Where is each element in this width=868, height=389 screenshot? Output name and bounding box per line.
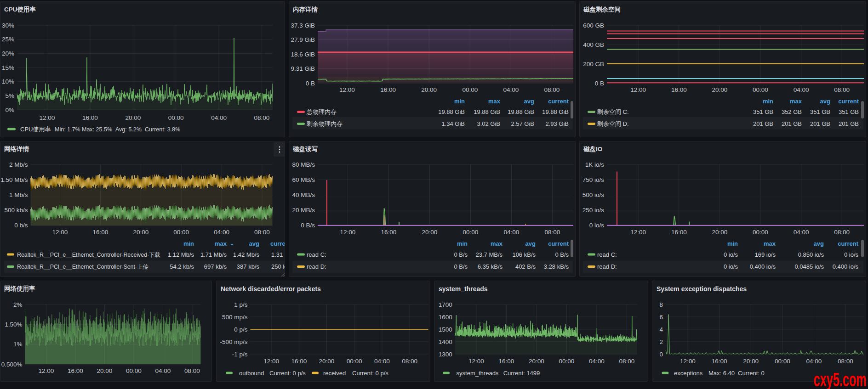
svg-text:16:00: 16:00 <box>93 229 108 236</box>
svg-text:System exception dispatches: System exception dispatches <box>657 285 747 293</box>
svg-text:磁盘IO: 磁盘IO <box>583 146 602 152</box>
svg-text:0 io/s: 0 io/s <box>844 251 859 258</box>
svg-text:Current: 0 p/s: Current: 0 p/s <box>269 370 306 377</box>
svg-text:04:00: 04:00 <box>794 229 809 236</box>
svg-text:20:00: 20:00 <box>712 229 728 236</box>
svg-text:8: 8 <box>659 301 663 308</box>
svg-text:2%: 2% <box>13 301 23 308</box>
svg-text:00:00: 00:00 <box>753 86 768 93</box>
svg-text:04:00: 04:00 <box>794 86 809 93</box>
svg-text:剩余空间 D:: 剩余空间 D: <box>597 120 629 127</box>
svg-text:current: current <box>548 240 569 247</box>
svg-text:1%: 1% <box>13 341 23 348</box>
svg-text:16:00: 16:00 <box>68 367 83 374</box>
svg-text:697 kb/s: 697 kb/s <box>204 263 227 270</box>
svg-text:3.02 GiB: 3.02 GiB <box>477 120 500 127</box>
svg-text:20%: 20% <box>2 50 14 57</box>
svg-text:3.28 kB/s: 3.28 kB/s <box>544 263 569 270</box>
svg-text:max: max <box>764 240 776 247</box>
svg-text:08:00: 08:00 <box>184 367 200 374</box>
svg-text:500 io/s: 500 io/s <box>582 192 605 198</box>
svg-text:min: min <box>183 240 194 247</box>
svg-text:00:00: 00:00 <box>559 358 575 365</box>
svg-text:12:00: 12:00 <box>680 358 696 365</box>
svg-text:00:00: 00:00 <box>126 367 142 374</box>
svg-text:0: 0 <box>659 351 663 358</box>
svg-text:04:00: 04:00 <box>806 358 822 365</box>
svg-text:20:00: 20:00 <box>133 229 148 236</box>
svg-text:Realtek_R__PCI_e__Ethernet_Con: Realtek_R__PCI_e__Ethernet_Controller-Re… <box>17 252 160 258</box>
svg-text:CPU使用率: CPU使用率 <box>4 6 36 13</box>
svg-text:600 GB: 600 GB <box>583 22 604 29</box>
svg-text:20:00: 20:00 <box>125 114 141 121</box>
svg-text:08:00: 08:00 <box>838 358 853 365</box>
svg-text:2.57 GiB: 2.57 GiB <box>511 120 534 127</box>
svg-text:Max: 25.5%: Max: 25.5% <box>82 126 112 133</box>
svg-text:106 kB/s: 106 kB/s <box>512 251 536 258</box>
svg-text:12:00: 12:00 <box>52 229 68 236</box>
svg-text:max: max <box>488 98 501 105</box>
svg-text:0 io/s: 0 io/s <box>724 251 738 258</box>
svg-text:201 GB: 201 GB <box>839 120 859 127</box>
svg-text:1700: 1700 <box>439 301 452 308</box>
svg-text:avg: avg <box>525 240 536 247</box>
svg-text:exceptions: exceptions <box>674 370 703 377</box>
svg-text:1.50 Mb/s: 1.50 Mb/s <box>0 176 28 183</box>
svg-text:500 kb/s: 500 kb/s <box>4 207 28 214</box>
svg-text:12:00: 12:00 <box>40 114 55 121</box>
svg-text:250 io/s: 250 io/s <box>582 207 605 214</box>
svg-text:60 MB/s: 60 MB/s <box>292 176 315 183</box>
svg-text:16:00: 16:00 <box>380 86 396 93</box>
svg-text:1400: 1400 <box>439 338 452 345</box>
svg-text:20:00: 20:00 <box>319 358 335 365</box>
svg-text:Current: 0: Current: 0 <box>738 370 765 377</box>
svg-text:1300: 1300 <box>439 351 452 358</box>
svg-text:avg: avg <box>814 240 824 247</box>
svg-text:30%: 30% <box>2 22 14 29</box>
svg-text:04:00: 04:00 <box>503 86 519 93</box>
svg-text:0.400 io/s: 0.400 io/s <box>750 263 776 270</box>
svg-text:min: min <box>763 98 773 105</box>
svg-text:-1 p/s: -1 p/s <box>232 351 248 358</box>
svg-text:16:00: 16:00 <box>291 358 307 365</box>
svg-text:19.88 GiB: 19.88 GiB <box>542 108 569 115</box>
svg-text:system_threads: system_threads <box>457 370 499 377</box>
svg-text:1K io/s: 1K io/s <box>585 161 605 168</box>
svg-text:0 b/s: 0 b/s <box>14 222 28 229</box>
svg-text:outbound: outbound <box>239 370 264 377</box>
svg-text:08:00: 08:00 <box>545 229 560 236</box>
svg-text:Realtek_R__PCI_e__Ethernet_Con: Realtek_R__PCI_e__Ethernet_Controller-Se… <box>17 264 148 270</box>
svg-text:6.35 kB/s: 6.35 kB/s <box>478 263 503 270</box>
svg-text:04:00: 04:00 <box>589 358 605 365</box>
svg-text:18.6 GiB: 18.6 GiB <box>291 51 315 58</box>
svg-text:10%: 10% <box>2 78 14 85</box>
svg-text:⌄: ⌄ <box>230 241 234 246</box>
svg-text:剩余物理内存: 剩余物理内存 <box>307 120 343 127</box>
svg-text:system_threads: system_threads <box>439 285 488 293</box>
svg-text:Current: 1499: Current: 1499 <box>503 370 540 377</box>
svg-text:12:00: 12:00 <box>630 229 646 236</box>
svg-text:1.31 Mb/s: 1.31 Mb/s <box>271 251 285 258</box>
svg-text:00:00: 00:00 <box>168 114 184 121</box>
svg-text:352 GB: 352 GB <box>782 108 802 115</box>
svg-text:1.42 Mb/s: 1.42 Mb/s <box>233 251 260 258</box>
svg-text:08:00: 08:00 <box>254 229 270 236</box>
svg-text:1.71 Mb/s: 1.71 Mb/s <box>200 251 227 258</box>
svg-text:4: 4 <box>659 326 663 333</box>
svg-text:内存详情: 内存详情 <box>293 6 318 13</box>
svg-text:387 kb/s: 387 kb/s <box>237 263 260 270</box>
svg-text:Min: 1.7%: Min: 1.7% <box>55 126 80 133</box>
svg-text:19.88 GiB: 19.88 GiB <box>474 108 500 115</box>
svg-text:Current: 0 p/s: Current: 0 p/s <box>352 370 388 377</box>
svg-text:0 io/s: 0 io/s <box>589 222 605 229</box>
svg-text:min: min <box>454 98 465 105</box>
svg-text:20:00: 20:00 <box>421 86 437 93</box>
svg-text:351 GB: 351 GB <box>839 108 859 115</box>
svg-text:16:00: 16:00 <box>381 229 397 236</box>
svg-text:1.34 GiB: 1.34 GiB <box>441 120 465 127</box>
svg-text:500 mp/s: 500 mp/s <box>222 314 248 321</box>
svg-text:16:00: 16:00 <box>671 229 687 236</box>
svg-text:80 MB/s: 80 MB/s <box>292 161 315 168</box>
svg-text:磁盘剩余空间: 磁盘剩余空间 <box>583 6 621 13</box>
svg-text:avg: avg <box>249 240 259 247</box>
